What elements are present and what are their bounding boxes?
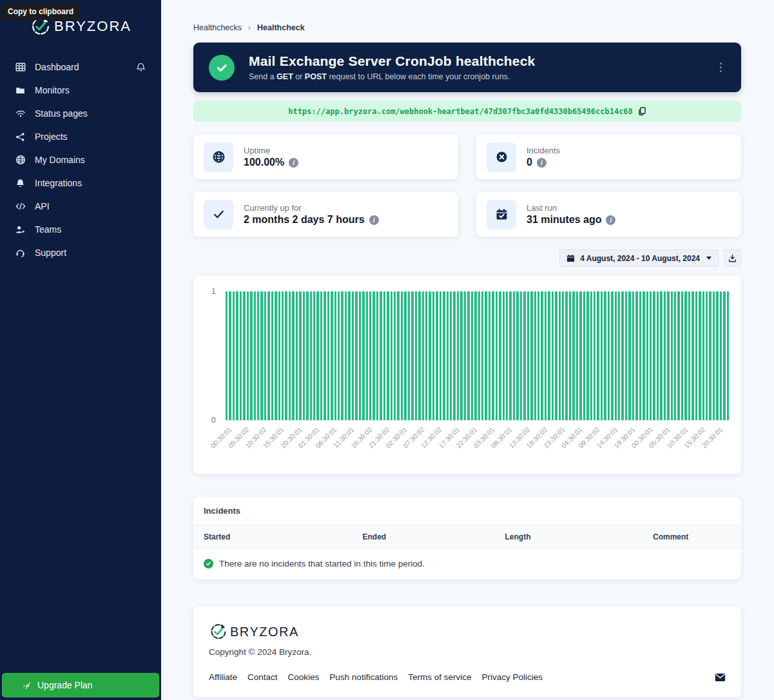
- chart-bar[interactable]: [702, 291, 704, 420]
- chart-bar[interactable]: [706, 291, 708, 420]
- chart-bar[interactable]: [677, 291, 679, 420]
- chart-bar[interactable]: [471, 291, 473, 420]
- chart-bar[interactable]: [401, 291, 403, 420]
- chart-bar[interactable]: [432, 291, 434, 420]
- chart-bar[interactable]: [594, 291, 595, 420]
- sidebar-item-projects[interactable]: Projects: [0, 125, 161, 148]
- chart-bar[interactable]: [306, 291, 308, 420]
- chart-bar[interactable]: [391, 291, 392, 420]
- chart-bar[interactable]: [720, 291, 722, 420]
- chart-bar[interactable]: [635, 291, 637, 420]
- chart-bar[interactable]: [408, 291, 410, 420]
- chart-bar[interactable]: [250, 291, 252, 420]
- chart-bar[interactable]: [359, 291, 361, 420]
- chart-bar[interactable]: [713, 291, 715, 420]
- sidebar-item-my-domains[interactable]: My Domains: [0, 148, 161, 171]
- chart-bar[interactable]: [552, 291, 554, 420]
- chart-bar[interactable]: [282, 291, 284, 420]
- chart-bar[interactable]: [240, 291, 242, 420]
- chart-bar[interactable]: [292, 291, 294, 420]
- chart-bar[interactable]: [257, 291, 259, 420]
- chart-bar[interactable]: [331, 291, 333, 420]
- chart-bar[interactable]: [576, 291, 578, 420]
- chart-bar[interactable]: [429, 291, 431, 420]
- chart-bar[interactable]: [481, 291, 483, 420]
- chart-bar[interactable]: [621, 291, 623, 420]
- chart-bar[interactable]: [303, 291, 305, 420]
- chart-bar[interactable]: [415, 291, 417, 420]
- info-icon[interactable]: i: [289, 158, 298, 168]
- chart-bar[interactable]: [506, 291, 508, 420]
- chart-bar[interactable]: [233, 291, 235, 420]
- chart-bar[interactable]: [478, 291, 480, 420]
- chart-bar[interactable]: [586, 291, 588, 420]
- chart-bar[interactable]: [643, 291, 644, 420]
- chart-bar[interactable]: [583, 291, 585, 420]
- chart-bar[interactable]: [632, 291, 634, 420]
- sidebar-item-teams[interactable]: Teams: [0, 218, 161, 241]
- chart-bar[interactable]: [684, 291, 686, 420]
- chart-bar[interactable]: [601, 291, 603, 420]
- chart-bar[interactable]: [527, 291, 529, 420]
- breadcrumb-healthchecks[interactable]: Healthchecks: [193, 23, 242, 32]
- sidebar-item-dashboard[interactable]: Dashboard: [0, 55, 161, 79]
- footer-link-affiliate[interactable]: Affiliate: [209, 672, 237, 682]
- chart-bar[interactable]: [316, 291, 318, 420]
- chart-bar[interactable]: [467, 291, 469, 420]
- chart-bar[interactable]: [520, 291, 522, 420]
- chart-bar[interactable]: [348, 291, 350, 420]
- upgrade-plan-button[interactable]: Upgrade Plan: [2, 673, 159, 697]
- chart-bar[interactable]: [271, 291, 273, 420]
- chart-bar[interactable]: [537, 291, 539, 420]
- chart-bar[interactable]: [534, 291, 536, 420]
- sidebar-item-api[interactable]: API: [0, 195, 161, 218]
- chart-bar[interactable]: [625, 291, 627, 420]
- chart-bar[interactable]: [275, 291, 276, 420]
- chart-bar[interactable]: [664, 291, 666, 420]
- chart-bar[interactable]: [618, 291, 620, 420]
- chart-bar[interactable]: [229, 291, 231, 420]
- chart-bar[interactable]: [411, 291, 413, 420]
- chart-bar[interactable]: [559, 291, 561, 420]
- chart-bar[interactable]: [355, 291, 357, 420]
- chart-bar[interactable]: [267, 291, 269, 420]
- chart-bar[interactable]: [727, 291, 729, 420]
- info-icon[interactable]: i: [537, 158, 547, 168]
- chart-bar[interactable]: [492, 291, 494, 420]
- chart-bar[interactable]: [453, 291, 455, 420]
- chart-bar[interactable]: [443, 291, 445, 420]
- chart-bar[interactable]: [447, 291, 449, 420]
- chart-bar[interactable]: [604, 291, 606, 420]
- chart-bar[interactable]: [723, 291, 725, 420]
- chart-bar[interactable]: [436, 291, 438, 420]
- chart-bar[interactable]: [380, 291, 382, 420]
- kebab-menu-icon[interactable]: [716, 59, 726, 76]
- chart-bar[interactable]: [254, 291, 256, 420]
- sidebar-item-support[interactable]: Support: [0, 241, 161, 264]
- chart-bar[interactable]: [296, 291, 298, 420]
- chart-bar[interactable]: [545, 291, 547, 420]
- chart-bar[interactable]: [341, 291, 343, 420]
- chart-bar[interactable]: [608, 291, 610, 420]
- footer-link-contact[interactable]: Contact: [247, 672, 278, 682]
- chart-bar[interactable]: [569, 291, 571, 420]
- chart-bar[interactable]: [639, 291, 641, 420]
- chart-bar[interactable]: [397, 291, 399, 420]
- chart-bar[interactable]: [345, 291, 347, 420]
- chart-bar[interactable]: [394, 291, 396, 420]
- chart-bar[interactable]: [530, 291, 532, 420]
- chart-bar[interactable]: [646, 291, 648, 420]
- chart-bar[interactable]: [457, 291, 459, 420]
- chart-bar[interactable]: [548, 291, 550, 420]
- chart-bar[interactable]: [285, 291, 287, 420]
- footer-link-cookies[interactable]: Cookies: [288, 672, 320, 682]
- chart-bar[interactable]: [667, 291, 669, 420]
- chart-bar[interactable]: [440, 291, 441, 420]
- chart-bar[interactable]: [310, 291, 312, 420]
- chart-bar[interactable]: [499, 291, 501, 420]
- chart-bar[interactable]: [334, 291, 336, 420]
- chart-bar[interactable]: [226, 291, 227, 420]
- copy-icon[interactable]: [638, 107, 646, 115]
- chart-bar[interactable]: [418, 291, 420, 420]
- download-button[interactable]: [724, 249, 741, 267]
